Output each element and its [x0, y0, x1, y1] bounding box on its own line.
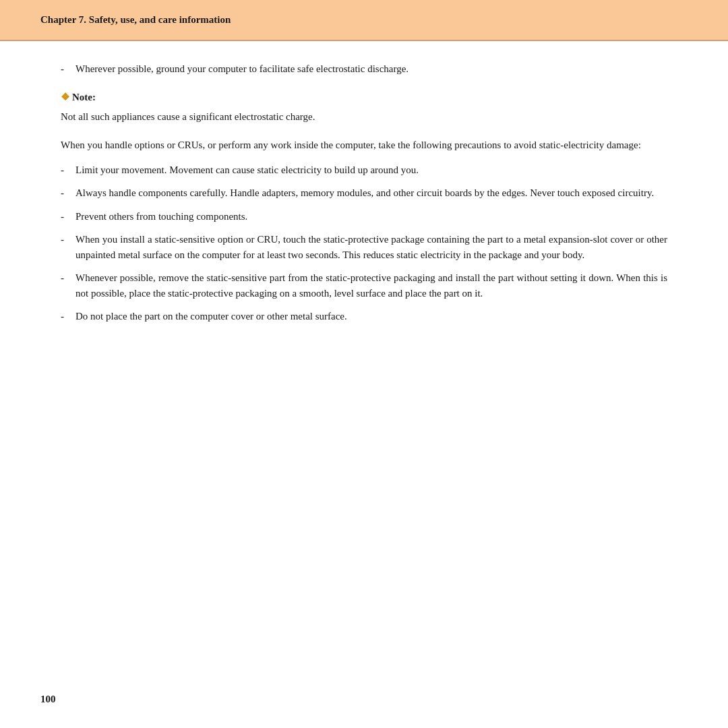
page-number: 100 — [40, 692, 56, 707]
bullet-dash-0: - — [61, 162, 75, 178]
bullet-text-0: Limit your movement. Movement can cause … — [75, 162, 667, 178]
note-header: ❖Note: — [61, 90, 667, 105]
bullet-text-2: Prevent others from touching components. — [75, 209, 667, 224]
bullet-item-0: - Limit your movement. Movement can caus… — [61, 162, 667, 178]
bullet-dash-first: - — [61, 61, 75, 77]
note-icon: ❖ — [61, 92, 69, 102]
note-body: Not all such appliances cause a signific… — [61, 109, 667, 125]
bullet-text-4: Whenever possible, remove the static-sen… — [75, 270, 667, 301]
bullet-dash-3: - — [61, 232, 75, 262]
bullet-item-4: - Whenever possible, remove the static-s… — [61, 270, 667, 301]
first-bullet-text: Wherever possible, ground your computer … — [75, 61, 667, 77]
bullet-item-2: - Prevent others from touching component… — [61, 209, 667, 224]
bullet-item-3: - When you install a static-sensitive op… — [61, 232, 667, 262]
intro-paragraph: When you handle options or CRUs, or perf… — [61, 138, 667, 153]
note-label: Note: — [72, 92, 96, 102]
bullet-list: - Limit your movement. Movement can caus… — [61, 162, 667, 324]
bullet-dash-2: - — [61, 209, 75, 224]
bullet-item-1: - Always handle components carefully. Ha… — [61, 185, 667, 201]
first-bullet-item: - Wherever possible, ground your compute… — [61, 61, 667, 77]
bullet-dash-5: - — [61, 309, 75, 324]
bullet-item-5: - Do not place the part on the computer … — [61, 309, 667, 324]
page-content: - Wherever possible, ground your compute… — [0, 41, 728, 353]
bullet-dash-4: - — [61, 270, 75, 301]
bullet-dash-1: - — [61, 185, 75, 201]
bullet-text-1: Always handle components carefully. Hand… — [75, 185, 667, 201]
note-section: ❖Note: Not all such appliances cause a s… — [61, 90, 667, 124]
chapter-title: Chapter 7. Safety, use, and care informa… — [40, 14, 231, 25]
bullet-text-5: Do not place the part on the computer co… — [75, 309, 667, 324]
chapter-header: Chapter 7. Safety, use, and care informa… — [0, 0, 728, 41]
bullet-text-3: When you install a static-sensitive opti… — [75, 232, 667, 262]
